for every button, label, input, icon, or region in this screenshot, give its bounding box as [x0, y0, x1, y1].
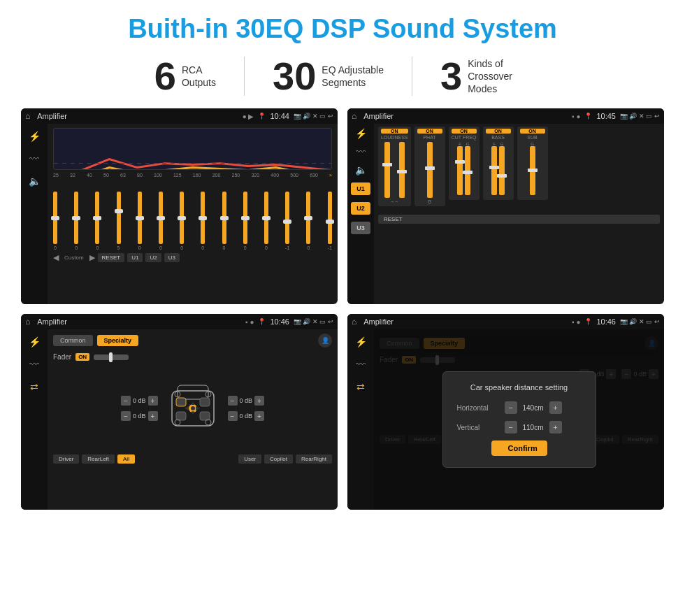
fader-slider[interactable] [94, 354, 129, 360]
db-plus-fl[interactable]: + [148, 396, 158, 406]
eq-location-icon: 📍 [258, 113, 266, 120]
eq-next-icon[interactable]: ▶ [89, 253, 95, 262]
ctrl-loudness: ON LOUDNESS ~ ~ [378, 127, 411, 206]
eq-slider-5[interactable]: 0 [138, 192, 142, 250]
eq-slider-6[interactable]: 0 [159, 192, 163, 250]
db-minus-fr[interactable]: − [228, 396, 238, 406]
distance-filter-icon[interactable]: ⚡ [355, 336, 367, 348]
ctrl-loudness-on[interactable]: ON [381, 129, 408, 134]
stat-crossover-number: 3 [440, 57, 462, 96]
db-plus-fr[interactable]: + [254, 396, 264, 406]
eq-slider-12[interactable]: -1 [285, 192, 289, 250]
eq-dots: ● ▶ [243, 113, 254, 120]
fader-status-icons: 📷 🔊 ✕ ▭ ↩ [294, 318, 333, 325]
stat-eq-number: 30 [273, 57, 316, 96]
svg-text:▲: ▲ [190, 400, 196, 406]
ctrl-phat-on[interactable]: ON [417, 129, 442, 134]
crossover-filter-icon[interactable]: ⚡ [355, 128, 367, 139]
crossover-reset-btn[interactable]: RESET [378, 215, 660, 224]
eq-slider-9[interactable]: 0 [222, 192, 226, 250]
ctrl-bass-on[interactable]: ON [486, 129, 511, 134]
crossover-home-icon[interactable]: ⌂ [352, 111, 356, 121]
eq-title: Amplifier [37, 112, 238, 120]
crossover-u2-btn[interactable]: U2 [351, 202, 370, 215]
crossover-dots: ▪ ● [572, 113, 580, 120]
eq-slider-14[interactable]: -1 [328, 192, 332, 250]
modal-vertical-plus[interactable]: + [549, 421, 562, 434]
eq-sidebar: ⚡ 〰 🔈 [21, 124, 48, 304]
distance-status-icons: 📷 🔊 ✕ ▭ ↩ [620, 318, 660, 325]
eq-u2-btn[interactable]: U2 [145, 253, 161, 262]
eq-slider-4[interactable]: 5 [117, 192, 121, 250]
eq-u3-btn[interactable]: U3 [164, 253, 180, 262]
eq-slider-10[interactable]: 0 [243, 192, 247, 250]
db-minus-fl[interactable]: − [121, 396, 131, 406]
fader-all-btn[interactable]: All [117, 454, 135, 464]
ctrl-cutfreq: ON CUT FREQ F G [449, 127, 480, 200]
ctrl-cutfreq-label: CUT FREQ [452, 135, 477, 140]
crossover-speaker-icon[interactable]: 🔈 [355, 164, 367, 176]
db-plus-rl[interactable]: + [148, 411, 158, 421]
crossover-wave-icon[interactable]: 〰 [356, 146, 366, 157]
eq-filter-icon[interactable]: ⚡ [29, 131, 41, 142]
fader-time: 10:46 [270, 317, 289, 326]
distance-arrows-icon[interactable]: ⇄ [356, 381, 365, 392]
eq-slider-3[interactable]: 0 [95, 192, 99, 250]
distance-home-icon[interactable]: ⌂ [352, 317, 356, 327]
distance-wave-icon[interactable]: 〰 [356, 359, 366, 370]
distance-screen: ⌂ Amplifier ▪ ● 📍 10:46 📷 🔊 ✕ ▭ ↩ ⚡ 〰 ⇄ [347, 314, 664, 510]
fader-filter-icon[interactable]: ⚡ [29, 336, 41, 348]
fader-tab-common[interactable]: Common [53, 335, 93, 346]
distance-dots: ▪ ● [572, 318, 580, 326]
eq-freq-160: 160 [193, 173, 201, 178]
eq-slider-11[interactable]: 0 [264, 192, 268, 250]
eq-wave-icon[interactable]: 〰 [29, 153, 39, 164]
eq-slider-7[interactable]: 0 [180, 192, 184, 250]
fader-home-icon[interactable]: ⌂ [25, 317, 30, 327]
ctrl-cutfreq-on[interactable]: ON [452, 129, 477, 134]
crossover-u1-btn[interactable]: U1 [351, 182, 370, 195]
modal-horizontal-plus[interactable]: + [549, 401, 562, 414]
eq-prev-icon[interactable]: ◀ [53, 253, 59, 262]
db-plus-rr[interactable]: + [254, 411, 264, 421]
fader-wave-icon[interactable]: 〰 [29, 359, 39, 370]
modal-horizontal-minus[interactable]: − [505, 401, 517, 414]
modal-horizontal-row: Horizontal − 140cm + [457, 401, 582, 414]
crossover-status-icons: 📷 🔊 ✕ ▭ ↩ [620, 113, 660, 120]
svg-rect-5 [176, 412, 186, 420]
eq-more-icon[interactable]: » [329, 173, 332, 178]
fader-slider-thumb[interactable] [109, 352, 113, 362]
eq-home-icon[interactable]: ⌂ [25, 111, 30, 121]
eq-slider-1[interactable]: 0 [53, 192, 57, 250]
fader-on-badge[interactable]: ON [75, 353, 89, 361]
modal-vertical-minus[interactable]: − [505, 421, 517, 434]
fader-rearleft-btn[interactable]: RearLeft [82, 454, 115, 464]
fader-rearright-btn[interactable]: RearRight [296, 454, 332, 464]
distance-main: Common Specialty 👤 Fader ON [374, 329, 664, 510]
fader-tab-specialty[interactable]: Specialty [97, 335, 139, 346]
car-diagram: ▲ ▼ ◀ ▶ [165, 380, 221, 436]
modal-horizontal-label: Horizontal [457, 404, 499, 412]
eq-reset-btn[interactable]: RESET [98, 253, 125, 262]
eq-slider-13[interactable]: 0 [306, 192, 310, 250]
crossover-u3-btn[interactable]: U3 [351, 222, 370, 234]
crossover-status-bar: ⌂ Amplifier ▪ ● 📍 10:45 📷 🔊 ✕ ▭ ↩ [347, 108, 664, 124]
fader-user-btn[interactable]: User [238, 454, 261, 464]
confirm-button[interactable]: Confirm [491, 440, 547, 456]
eq-slider-8[interactable]: 0 [201, 192, 205, 250]
db-minus-rr[interactable]: − [228, 411, 238, 421]
ctrl-sub-on[interactable]: ON [520, 129, 545, 134]
db-minus-rl[interactable]: − [121, 411, 131, 421]
eq-u1-btn[interactable]: U1 [127, 253, 143, 262]
crossover-screen: ⌂ Amplifier ▪ ● 📍 10:45 📷 🔊 ✕ ▭ ↩ ⚡ 〰 🔈 … [347, 108, 664, 304]
fader-arrows-icon[interactable]: ⇄ [30, 381, 38, 392]
modal-horizontal-ctrl: − 140cm + [505, 401, 562, 414]
fader-driver-btn[interactable]: Driver [53, 454, 79, 464]
eq-slider-2[interactable]: 0 [74, 192, 78, 250]
eq-status-bar: ⌂ Amplifier ● ▶ 📍 10:44 📷 🔊 ✕ ▭ ↩ [21, 108, 338, 124]
fader-content: ⚡ 〰 ⇄ Common Specialty 👤 Fader ON [21, 329, 338, 510]
fader-copilot-btn[interactable]: Copilot [264, 454, 293, 464]
fader-person-icon[interactable]: 👤 [318, 334, 332, 348]
eq-speaker-icon[interactable]: 🔈 [29, 176, 41, 187]
eq-freq-250: 250 [232, 173, 240, 178]
